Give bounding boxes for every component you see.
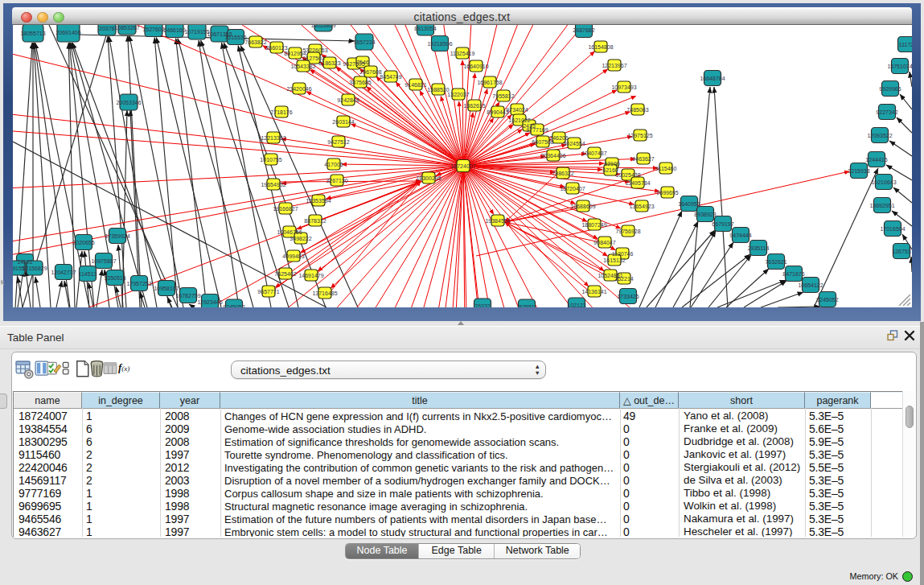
svg-text:8454749: 8454749	[380, 74, 401, 80]
svg-text:2687682: 2687682	[573, 27, 594, 33]
svg-text:8186323: 8186323	[318, 60, 340, 66]
svg-text:17359924: 17359924	[105, 233, 129, 239]
svg-text:18300295: 18300295	[416, 175, 441, 181]
svg-text:1010755: 1010755	[260, 157, 281, 163]
svg-text:6679197: 6679197	[712, 221, 733, 227]
svg-text:20364436: 20364436	[540, 153, 565, 159]
svg-text:19384554: 19384554	[485, 218, 510, 224]
svg-text:76332: 76332	[474, 303, 491, 308]
svg-text:10025438: 10025438	[615, 172, 640, 178]
svg-text:9657771: 9657771	[257, 289, 279, 295]
svg-text:417006: 417006	[324, 162, 343, 167]
svg-text:17016504: 17016504	[880, 226, 905, 232]
svg-text:3267130: 3267130	[326, 178, 347, 183]
svg-text:9084047: 9084047	[593, 240, 615, 245]
svg-text:14136141: 14136141	[581, 289, 606, 295]
svg-text:8813054: 8813054	[414, 26, 436, 31]
svg-text:1588520: 1588520	[427, 87, 449, 93]
svg-text:13495784: 13495784	[625, 180, 650, 186]
svg-text:9242848: 9242848	[337, 97, 359, 103]
svg-text:15751074: 15751074	[887, 64, 912, 69]
svg-text:12093522: 12093522	[867, 133, 892, 138]
svg-text:7663822: 7663822	[244, 39, 266, 45]
svg-text:12213362: 12213362	[261, 135, 285, 141]
svg-text:10958107: 10958107	[154, 286, 179, 291]
svg-text:3024554: 3024554	[563, 141, 585, 146]
svg-text:7857234: 7857234	[353, 39, 375, 45]
svg-text:9777169: 9777169	[526, 127, 548, 133]
svg-text:2967608: 2967608	[359, 69, 381, 75]
svg-text:15692951: 15692951	[869, 203, 894, 208]
svg-text:10543382: 10543382	[290, 64, 315, 69]
svg-text:9245052: 9245052	[223, 304, 244, 308]
svg-text:1640953: 1640953	[678, 201, 700, 207]
svg-text:9427512: 9427512	[327, 139, 349, 145]
svg-text:8471676: 8471676	[782, 271, 804, 277]
svg-text:10688609: 10688609	[570, 204, 595, 209]
svg-text:11325419: 11325419	[450, 51, 475, 56]
svg-text:18055713: 18055713	[20, 31, 45, 36]
svg-text:12353594: 12353594	[306, 198, 331, 204]
svg-text:7546: 7546	[356, 60, 369, 65]
svg-text:14501: 14501	[17, 259, 33, 265]
svg-text:10853267: 10853267	[114, 25, 139, 31]
svg-text:8938923: 8938923	[694, 212, 716, 217]
svg-text:6466160: 6466160	[163, 27, 185, 33]
svg-text:9227342: 9227342	[876, 109, 897, 115]
svg-text:1350515: 1350515	[104, 275, 125, 281]
svg-text:12213967: 12213967	[602, 63, 626, 68]
svg-text:7955812: 7955812	[492, 93, 514, 99]
svg-text:252214: 252214	[614, 276, 633, 282]
svg-text:18724007: 18724007	[450, 163, 475, 169]
svg-text:16648784: 16648784	[700, 76, 725, 81]
svg-text:1244415: 1244415	[865, 157, 887, 163]
svg-text:20053346: 20053346	[116, 100, 141, 105]
svg-text:12042737: 12042737	[51, 270, 76, 275]
svg-text:19166827: 19166827	[273, 206, 298, 212]
svg-text:7485063: 7485063	[626, 107, 648, 113]
svg-text:2603144: 2603144	[332, 119, 354, 125]
svg-text:10046766: 10046766	[277, 229, 302, 235]
svg-text:14691479: 14691479	[298, 273, 323, 278]
svg-text:10973493: 10973493	[611, 84, 636, 90]
svg-text:16154808: 16154808	[588, 44, 613, 50]
svg-text:9699695: 9699695	[656, 190, 678, 196]
svg-text:1621022: 1621022	[508, 117, 530, 123]
svg-text:1362615: 1362615	[463, 103, 485, 109]
svg-text:7986322: 7986322	[552, 171, 573, 176]
svg-text:53226053: 53226053	[302, 47, 327, 53]
svg-text:2935114: 2935114	[748, 245, 770, 251]
svg-text:1527602: 1527602	[142, 27, 164, 32]
svg-text:18807249: 18807249	[581, 222, 606, 228]
svg-text:7625402: 7625402	[274, 271, 296, 277]
svg-text:8660123: 8660123	[265, 45, 287, 51]
svg-text:12923446: 12923446	[197, 299, 222, 305]
svg-text:12975125: 12975125	[627, 133, 652, 138]
svg-text:13716485: 13716485	[312, 290, 337, 296]
svg-text:17957253: 17957253	[126, 281, 151, 286]
svg-text:62100: 62100	[604, 161, 620, 167]
svg-text:1322037: 1322037	[447, 92, 469, 97]
svg-text:9929966: 9929966	[879, 86, 901, 92]
svg-text:1615132: 1615132	[603, 257, 625, 263]
svg-text:126753: 126753	[892, 249, 910, 254]
svg-text:2020655: 2020655	[72, 240, 94, 245]
svg-text:10975887: 10975887	[91, 258, 116, 264]
svg-text:16961758: 16961758	[477, 80, 502, 85]
svg-text:10407487: 10407487	[581, 150, 606, 156]
svg-text:9463627: 9463627	[632, 156, 654, 162]
svg-text:15720407: 15720407	[560, 186, 585, 192]
svg-text:3215938: 3215938	[848, 168, 869, 174]
svg-text:16053809: 16053809	[310, 25, 335, 28]
svg-text:10210643: 10210643	[871, 179, 896, 185]
svg-text:1120746: 1120746	[612, 251, 634, 257]
svg-text:11172: 11172	[899, 42, 912, 47]
svg-text:7515536: 7515536	[224, 35, 246, 40]
svg-text:10654122: 10654122	[798, 282, 823, 288]
svg-text:9146821: 9146821	[405, 82, 426, 88]
svg-text:16782759: 16782759	[175, 293, 200, 299]
svg-text:12156829: 12156829	[22, 266, 47, 271]
svg-text:13654923: 13654923	[629, 204, 654, 209]
svg-text:1733426: 1733426	[617, 294, 639, 299]
svg-text:4099483: 4099483	[282, 253, 304, 259]
